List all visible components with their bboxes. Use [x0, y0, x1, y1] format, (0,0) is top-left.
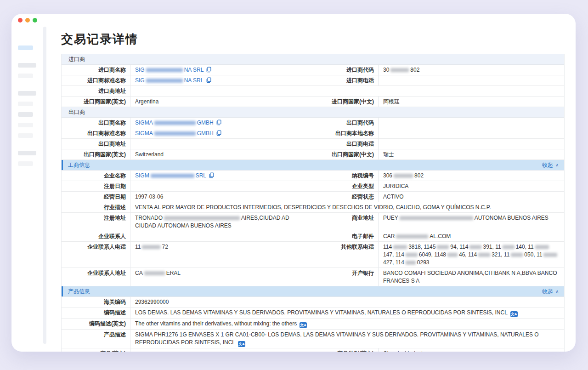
field-label: 行业描述: [62, 202, 130, 212]
table-row: 出口商地址出口商电话: [62, 139, 564, 149]
table-row: 企业联系人地址CAERAL开户银行BANCO COMAFI SOCIEDAD A…: [62, 268, 564, 286]
sidebar-item[interactable]: [18, 74, 33, 78]
redacted-text: [146, 68, 183, 72]
company-link[interactable]: SIGNA SRL: [135, 77, 211, 84]
table-row: 产品(英文)产品类别(英文)Chemical Industry: [62, 348, 564, 352]
field-value: [379, 75, 564, 85]
copy-icon[interactable]: [206, 77, 211, 83]
field-text: 29362990000: [135, 299, 169, 305]
redacted-text: [164, 216, 240, 220]
sidebar-item[interactable]: [18, 161, 33, 166]
field-label: 出口商本地名称: [314, 128, 379, 138]
minimize-button[interactable]: [25, 18, 30, 23]
section-header: 工商信息收起 ∧: [62, 160, 564, 171]
company-link[interactable]: SIGMAGMBH: [135, 130, 221, 137]
field-text: SIG: [135, 67, 145, 73]
translate-icon[interactable]: 文A: [238, 341, 245, 347]
field-text: Argentina: [135, 98, 158, 105]
redacted-text: [393, 245, 407, 249]
field-label: 企业联系人: [62, 231, 130, 241]
collapse-button[interactable]: 收起 ∧: [542, 161, 559, 169]
translate-icon[interactable]: 文A: [510, 311, 518, 317]
sidebar-item[interactable]: [18, 102, 33, 106]
field-value: SIGNA SRL: [130, 65, 314, 75]
field-value: [130, 181, 314, 191]
sidebar-item[interactable]: [18, 63, 36, 68]
field-label: 出口商电话: [314, 139, 379, 149]
copy-icon[interactable]: [209, 172, 214, 178]
field-text: TRONADO: [135, 215, 163, 221]
field-label: 产品类别(英文): [314, 348, 379, 352]
field-value: 29362990000: [130, 297, 564, 307]
redacted-text: [543, 253, 557, 257]
field-text: 72: [162, 244, 168, 250]
company-link[interactable]: SIGMAGMBH: [135, 120, 221, 126]
traffic-lights: [18, 18, 37, 23]
section-header: 进口商: [62, 54, 564, 65]
sidebar-item[interactable]: [18, 91, 36, 96]
field-label: 进口商代码: [314, 65, 379, 75]
field-text: 瑞士: [383, 151, 394, 158]
field-value: Argentina: [130, 97, 314, 107]
redacted-text: [478, 253, 490, 257]
field-value: CAERAL: [130, 268, 314, 286]
field-value: [130, 231, 314, 241]
field-value: [379, 139, 564, 149]
field-text: SIG: [135, 77, 145, 84]
field-value: [130, 86, 564, 96]
field-value: BANCO COMAFI SOCIEDAD ANONIMA,CITIBANK N…: [379, 268, 564, 286]
field-text: BANCO COMAFI SOCIEDAD ANONIMA,CITIBANK N…: [383, 270, 557, 284]
redacted-text: [151, 174, 194, 178]
field-text: 306: [383, 172, 392, 179]
table-row: 企业联系人电子邮件CARAL.COM: [62, 231, 564, 242]
field-text: 0293: [417, 259, 430, 266]
field-text: 30: [383, 67, 389, 73]
redacted-text: [394, 174, 413, 178]
redacted-text: [390, 68, 409, 72]
sidebar-item[interactable]: [18, 123, 33, 127]
copy-icon[interactable]: [216, 120, 221, 125]
table-row: 注册日期企业类型JURIDICA: [62, 181, 564, 192]
sidebar-item[interactable]: [18, 46, 33, 50]
field-text: SIGMA: [135, 130, 153, 137]
field-label: 产品描述: [62, 330, 130, 348]
field-text: 46, 114: [459, 251, 477, 258]
field-value: ACTIVO: [379, 192, 564, 202]
close-button[interactable]: [18, 18, 23, 23]
table-row: 经营日期1997-03-06经营状态ACTIVO: [62, 192, 564, 202]
field-text: PUEY: [383, 215, 398, 221]
field-value: [130, 348, 314, 352]
sidebar-item[interactable]: [18, 151, 36, 155]
redacted-text: [396, 234, 428, 239]
copy-icon[interactable]: [216, 130, 221, 136]
field-text: 11: [135, 244, 141, 250]
main-content: 交易记录详情 进口商进口商名称SIGNA SRL进口商代码30802进口商标准名…: [61, 14, 565, 352]
company-link[interactable]: SIGMSRL: [135, 172, 214, 179]
page-title: 交易记录详情: [61, 32, 565, 46]
copy-icon[interactable]: [206, 67, 211, 73]
translate-icon[interactable]: 文A: [300, 322, 307, 328]
field-text: 114: [383, 244, 392, 250]
field-text: 391, 11: [483, 244, 501, 250]
section-importer: 进口商进口商名称SIGNA SRL进口商代码30802进口商标准名称SIGNA …: [62, 54, 564, 107]
sidebar-item[interactable]: [18, 133, 33, 138]
field-value: SIGMAGMBH: [130, 118, 314, 128]
redacted-text: [503, 245, 514, 249]
field-value: 1997-03-06: [130, 192, 314, 202]
company-link[interactable]: SIGNA SRL: [135, 67, 211, 73]
field-text: 6049, 1148: [419, 251, 446, 258]
section-exporter: 出口商出口商名称SIGMAGMBH出口商代码出口商标准名称SIGMAGMBH出口…: [62, 107, 564, 160]
maximize-button[interactable]: [33, 18, 37, 23]
field-text: ACTIVO: [383, 194, 404, 200]
field-value: JURIDICA: [379, 181, 564, 191]
field-value: LOS DEMAS. LAS DEMAS VITAMINAS Y SUS DER…: [130, 307, 564, 318]
collapse-button[interactable]: 收起 ∧: [542, 288, 559, 296]
field-value: [379, 118, 564, 128]
field-label: 出口商国家(英文): [62, 149, 130, 159]
redacted-text: [400, 216, 473, 220]
section-business-info: 工商信息收起 ∧企业名称SIGMSRL纳税编号306802注册日期企业类型JUR…: [62, 160, 564, 286]
field-label: 进口商国家(中文): [314, 97, 379, 107]
field-text: 321, 11: [492, 251, 509, 258]
field-label: 商业地址: [314, 213, 379, 231]
sidebar-item[interactable]: [18, 112, 33, 117]
